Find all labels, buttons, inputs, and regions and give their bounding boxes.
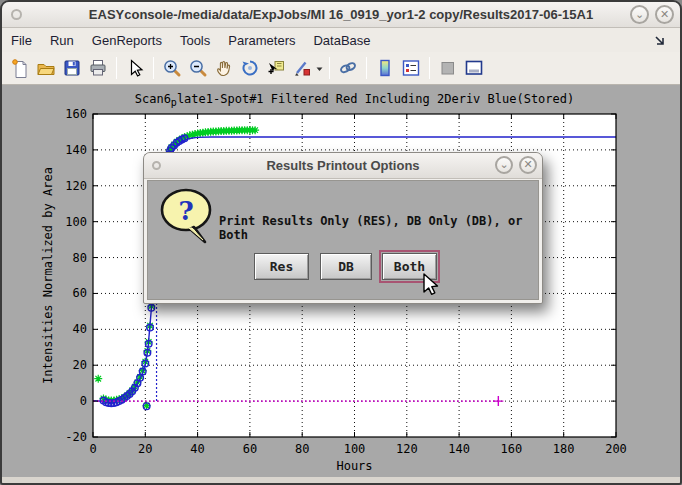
mouse-cursor-icon (421, 273, 443, 303)
svg-text:160: 160 (65, 107, 87, 121)
open-folder-icon[interactable] (34, 56, 58, 80)
new-file-icon[interactable] (8, 56, 32, 80)
dialog-titlebar[interactable]: Results Printout Options ⌄ ✕ (144, 153, 542, 179)
rotate-3d-icon[interactable] (238, 56, 262, 80)
plot-tools-icon[interactable] (462, 56, 486, 80)
svg-text:40: 40 (73, 322, 87, 336)
dialog-body: ? Print Results Only (RES), DB Only (DB)… (147, 180, 539, 300)
window-titlebar[interactable]: EASYconsole-/media/data/ExpJobs/MI 16_09… (2, 2, 680, 28)
brush-dropdown-icon[interactable] (315, 64, 324, 73)
menubar: File Run GenReports Tools Parameters Dat… (2, 28, 680, 52)
legend-icon[interactable] (399, 56, 423, 80)
zoom-out-icon[interactable] (186, 56, 210, 80)
svg-text:20: 20 (138, 442, 152, 456)
question-bubble-icon: ? (158, 184, 220, 254)
dialog-minimize-icon[interactable]: ⌄ (495, 156, 513, 174)
dialog-message: Print Results Only (RES), DB Only (DB), … (219, 214, 530, 242)
svg-text:60: 60 (243, 442, 257, 456)
menu-parameters[interactable]: Parameters (219, 30, 304, 51)
svg-text:Scan6plate1-Spot#1 Filtered Re: Scan6plate1-Spot#1 Filtered Red Includin… (135, 92, 575, 108)
svg-text:Intensities Normalized by Area: Intensities Normalized by Area (41, 167, 55, 384)
svg-text:140: 140 (65, 143, 87, 157)
minimize-icon[interactable]: ⌄ (630, 5, 649, 24)
svg-text:100: 100 (65, 215, 87, 229)
link-plots-icon[interactable] (336, 56, 360, 80)
figure-toolbar (2, 52, 680, 85)
svg-text:200: 200 (605, 442, 627, 456)
svg-text:-20: -20 (65, 430, 87, 444)
print-icon[interactable] (86, 56, 110, 80)
menu-file[interactable]: File (2, 30, 41, 51)
svg-text:Hours: Hours (336, 459, 372, 473)
pan-hand-icon[interactable] (212, 56, 236, 80)
svg-text:140: 140 (448, 442, 470, 456)
close-icon[interactable]: ✕ (655, 5, 674, 24)
dialog-title: Results Printout Options (144, 158, 542, 173)
dialog-close-icon[interactable]: ✕ (519, 156, 537, 174)
easyconsole-window: EASYconsole-/media/data/ExpJobs/MI 16_09… (0, 0, 682, 485)
results-printout-dialog[interactable]: Results Printout Options ⌄ ✕ ? Print Res… (143, 152, 543, 304)
colorbar-icon[interactable] (373, 56, 397, 80)
res-button[interactable]: Res (254, 253, 309, 280)
menu-tools[interactable]: Tools (171, 30, 219, 51)
svg-text:120: 120 (65, 179, 87, 193)
brush-icon[interactable] (290, 56, 314, 80)
svg-text:?: ? (178, 196, 193, 226)
zoom-in-icon[interactable] (160, 56, 184, 80)
window-title: EASYconsole-/media/data/ExpJobs/MI 16_09… (2, 7, 680, 22)
pointer-icon[interactable] (123, 56, 147, 80)
svg-text:100: 100 (344, 442, 366, 456)
svg-text:80: 80 (295, 442, 309, 456)
svg-text:60: 60 (73, 286, 87, 300)
blank-square-icon[interactable] (436, 56, 460, 80)
dock-arrow-icon[interactable] (654, 33, 666, 51)
save-icon[interactable] (60, 56, 84, 80)
svg-text:0: 0 (80, 394, 87, 408)
svg-text:160: 160 (501, 442, 523, 456)
menu-genreports[interactable]: GenReports (83, 30, 171, 51)
menu-database[interactable]: DataBase (304, 30, 379, 51)
svg-text:20: 20 (73, 358, 87, 372)
svg-text:0: 0 (89, 442, 96, 456)
dialog-buttons: Res DB Both (148, 253, 538, 287)
db-button[interactable]: DB (320, 253, 372, 280)
menu-run[interactable]: Run (41, 30, 83, 51)
data-cursor-icon[interactable] (264, 56, 288, 80)
figure-bottom-strip (2, 477, 680, 483)
svg-text:40: 40 (190, 442, 204, 456)
svg-text:120: 120 (396, 442, 418, 456)
svg-text:80: 80 (73, 251, 87, 265)
svg-text:180: 180 (553, 442, 575, 456)
